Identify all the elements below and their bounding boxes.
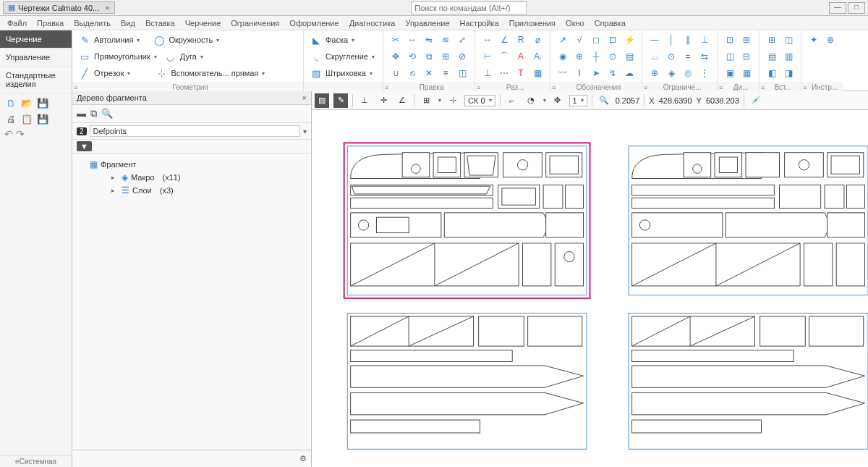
tree-mode-icon-3[interactable]: 🔍 [101, 108, 113, 119]
menu-view[interactable]: Вид [116, 17, 140, 29]
ic-trim[interactable]: ✂ [388, 32, 404, 48]
ic-cloud[interactable]: ☁ [621, 65, 637, 81]
open-icon[interactable]: 📂 [20, 96, 33, 109]
layer-dropdown-icon[interactable]: ▾ [303, 127, 307, 135]
ic-dim-dia[interactable]: ⌀ [529, 32, 545, 48]
menu-diagnostics[interactable]: Диагностика [345, 17, 400, 29]
ic-join[interactable]: ∪ [388, 65, 404, 81]
ic-offset[interactable]: ≋ [438, 32, 454, 48]
ic-scale[interactable]: ⤢ [454, 32, 470, 48]
close-tab-icon[interactable]: × [105, 4, 109, 12]
filter-icon[interactable]: ▼ [77, 141, 92, 151]
ic-brk[interactable]: ↯ [605, 65, 621, 81]
layer-name-field[interactable]: Defpoints [90, 125, 300, 137]
ic-d3[interactable]: ◫ [722, 49, 738, 64]
menu-file[interactable]: Файл [3, 17, 31, 29]
tree-mode-icon-1[interactable]: ▬ [77, 108, 86, 119]
menu-settings[interactable]: Настройка [456, 17, 503, 29]
ic-leader[interactable]: ↗ [555, 32, 571, 48]
tb2-round-icon[interactable]: ◔ [524, 93, 538, 108]
restore-button[interactable]: □ [848, 2, 865, 14]
tb2-ortho-icon[interactable]: ⌐ [505, 93, 519, 108]
ic-d1[interactable]: ⊡ [722, 32, 738, 48]
tree-node-macro[interactable]: ▸ ◈ Макро (x11) [75, 171, 308, 184]
ic-i1[interactable]: ⊞ [764, 32, 780, 48]
ic-hole[interactable]: ⊙ [605, 49, 621, 64]
menu-window[interactable]: Окно [561, 17, 589, 29]
new-icon[interactable]: 🗋 [4, 96, 17, 109]
tb2-zoom-icon[interactable]: 🔍 [597, 93, 611, 108]
ic-c-mid[interactable]: ◈ [663, 65, 679, 81]
document-tab[interactable]: ▦ Чертежи Calmato 40... × [3, 1, 115, 14]
tool-autoline[interactable]: ✎Автолиния▾ [77, 33, 141, 47]
ic-mirror[interactable]: ⇋ [421, 32, 437, 48]
ic-c-conc[interactable]: ◎ [680, 65, 696, 81]
undo-icon[interactable]: ↶ [4, 128, 13, 140]
ic-arrow[interactable]: ➤ [588, 65, 604, 81]
ic-d2[interactable]: ⊞ [739, 32, 754, 48]
ic-i5[interactable]: ◧ [764, 65, 780, 81]
expand-icon[interactable]: ▸ [111, 187, 119, 194]
tb2-eyedrop-icon[interactable]: 💉 [749, 93, 763, 108]
ic-c-fix[interactable]: ⊕ [647, 65, 663, 81]
ic-tbl[interactable]: ▤ [621, 49, 637, 64]
tb2-hatch-icon[interactable]: ▨ [315, 93, 329, 108]
tb2-orig-icon[interactable]: ⊹ [446, 93, 460, 108]
ic-break[interactable]: ⊘ [454, 49, 470, 64]
ic-c-tan[interactable]: ⌓ [647, 49, 663, 64]
ic-i4[interactable]: ▥ [780, 49, 796, 64]
ic-extend[interactable]: ↔ [404, 32, 420, 48]
ic-dim-ang[interactable]: ∠ [496, 32, 512, 48]
coord-system-select[interactable]: СК 0▾ [464, 95, 495, 106]
ic-dim-rad[interactable]: R [513, 32, 529, 48]
ic-dim-A[interactable]: A [513, 49, 529, 64]
command-search-input[interactable] [411, 1, 527, 14]
lefttab-drawing[interactable]: Черчение [0, 30, 72, 49]
print-icon[interactable]: 🖨 [4, 112, 17, 125]
tb2-perp-icon[interactable]: ⊥ [357, 93, 372, 108]
save-icon[interactable]: 💾 [36, 96, 49, 109]
tb2-brush-icon[interactable]: ✎ [333, 93, 348, 108]
ic-dim-lin[interactable]: ↔ [480, 32, 495, 48]
ic-center[interactable]: ⊕ [571, 49, 587, 64]
minimize-button[interactable]: — [829, 2, 846, 14]
ic-d5[interactable]: ▣ [722, 65, 738, 81]
ic-d4[interactable]: ⊟ [739, 49, 754, 64]
ic-split[interactable]: ⎋ [404, 65, 420, 81]
menu-drawing[interactable]: Черчение [181, 17, 226, 29]
menu-help[interactable]: Справка [590, 17, 630, 29]
lefttab-std[interactable]: Стандартные изделия [0, 67, 72, 93]
tree-node-layers[interactable]: ▸ ☰ Слои (x3) [75, 184, 308, 197]
ic-dim-txt[interactable]: Aᵢ [529, 49, 545, 64]
ic-move[interactable]: ✥ [388, 49, 404, 64]
menu-insert[interactable]: Вставка [141, 17, 179, 29]
ic-dim-arc[interactable]: ⌒ [496, 49, 512, 64]
menu-constraints[interactable]: Ограничения [226, 17, 284, 29]
ic-gtol[interactable]: ⊡ [605, 32, 621, 48]
ic-datum[interactable]: ◻ [588, 32, 604, 48]
menu-edit[interactable]: Правка [33, 17, 68, 29]
ic-t2[interactable]: ⊕ [822, 32, 838, 48]
ic-i3[interactable]: ▤ [764, 49, 780, 64]
redo-icon[interactable]: ↷ [16, 128, 25, 140]
ic-c-sym[interactable]: ⇆ [697, 49, 712, 64]
ic-dim-tab[interactable]: ▦ [529, 65, 545, 81]
ic-c-par[interactable]: ∥ [680, 32, 696, 48]
ic-c-col[interactable]: ⋮ [697, 65, 712, 81]
tree-node-fragment[interactable]: ▦ Фрагмент [75, 158, 308, 171]
ic-c-eq[interactable]: = [680, 49, 696, 64]
ic-i2[interactable]: ◫ [780, 32, 796, 48]
ic-rotate[interactable]: ⟲ [404, 49, 420, 64]
ic-mark[interactable]: ◉ [555, 49, 571, 64]
ic-c-perp[interactable]: ⊥ [697, 32, 712, 48]
tool-circle[interactable]: ◯Окружность▾ [151, 33, 221, 47]
copy-icon[interactable]: 📋 [20, 112, 33, 125]
current-layer-row[interactable]: 2 Defpoints ▾ [72, 123, 311, 140]
ic-eq[interactable]: ≡ [438, 65, 454, 81]
ic-c-coinc[interactable]: ⊙ [663, 49, 679, 64]
tb2-angle-icon[interactable]: ∠ [395, 93, 409, 108]
ic-weld[interactable]: ⚡ [621, 32, 637, 48]
tool-rect[interactable]: ▭Прямоугольник▾ [77, 49, 158, 64]
ic-proj[interactable]: ◫ [454, 65, 470, 81]
menu-format[interactable]: Оформление [285, 17, 343, 29]
